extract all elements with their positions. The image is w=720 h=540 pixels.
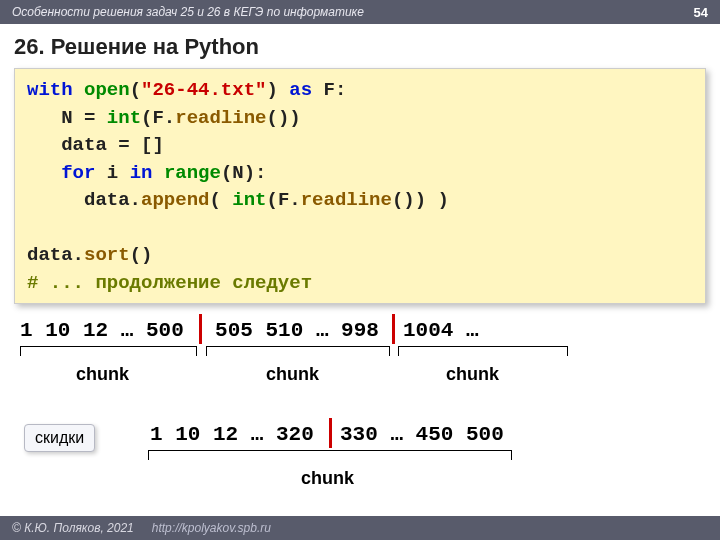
fn-open: open [84,79,130,101]
page-number: 54 [694,5,708,20]
fn-append: append [141,189,209,211]
bracket-icon [398,346,568,356]
chunk-label: chunk [266,364,319,385]
code-block: with open("26-44.txt") as F: N = int(F.r… [14,68,706,304]
fn-int: int [107,107,141,129]
seq-seg-1: 1 10 12 … 500 [16,319,199,342]
code-text: ()) ) [392,189,449,211]
seq-seg-2: 330 … 450 500 [332,423,504,446]
code-text: data = [] [27,134,164,156]
kw-with: with [27,79,73,101]
bracket-icon [20,346,197,356]
code-text: ) [266,79,277,101]
fn-sort: sort [84,244,130,266]
code-text: F: [312,79,346,101]
code-text: (N): [221,162,267,184]
chunk-label: chunk [301,468,354,489]
bracket-icon [148,450,512,460]
code-text: i [95,162,129,184]
seq-seg-2: 505 510 … 998 [202,319,392,342]
fn-readline: readline [301,189,392,211]
chunk-diagram-1: 1 10 12 … 500 505 510 … 998 1004 … chunk… [16,316,704,416]
code-text: ()) [266,107,300,129]
code-text: data. [27,244,84,266]
fn-int: int [232,189,266,211]
slide-header: Особенности решения задач 25 и 26 в КЕГЭ… [0,0,720,24]
code-text: (F. [141,107,175,129]
discount-badge: скидки [24,424,95,452]
bracket-icon [206,346,390,356]
footer-link: http://kpolyakov.spb.ru [152,521,271,535]
chunk-label: chunk [446,364,499,385]
code-comment: # ... продолжение следует [27,272,312,294]
code-text: N = [27,107,107,129]
kw-for: for [61,162,95,184]
code-text: ( [209,189,232,211]
code-text: () [130,244,153,266]
chunk-label: chunk [76,364,129,385]
code-text: ( [130,79,141,101]
code-text [152,162,163,184]
kw-as: as [289,79,312,101]
slide-footer: © К.Ю. Поляков, 2021 http://kpolyakov.sp… [0,516,720,540]
str-literal: "26-44.txt" [141,79,266,101]
breadcrumb: Особенности решения задач 25 и 26 в КЕГЭ… [12,5,364,19]
page-title: 26. Решение на Python [0,24,720,68]
chunk-diagram-2: скидки 1 10 12 … 320 330 … 450 500 chunk [16,420,704,510]
copyright: © К.Ю. Поляков, 2021 [12,521,134,535]
code-text [27,162,61,184]
fn-range: range [164,162,221,184]
kw-in: in [130,162,153,184]
fn-readline: readline [175,107,266,129]
seq-seg-3: 1004 … [395,319,704,342]
seq-seg-1: 1 10 12 … 320 [146,423,329,446]
code-text: (F. [266,189,300,211]
code-text: data. [27,189,141,211]
